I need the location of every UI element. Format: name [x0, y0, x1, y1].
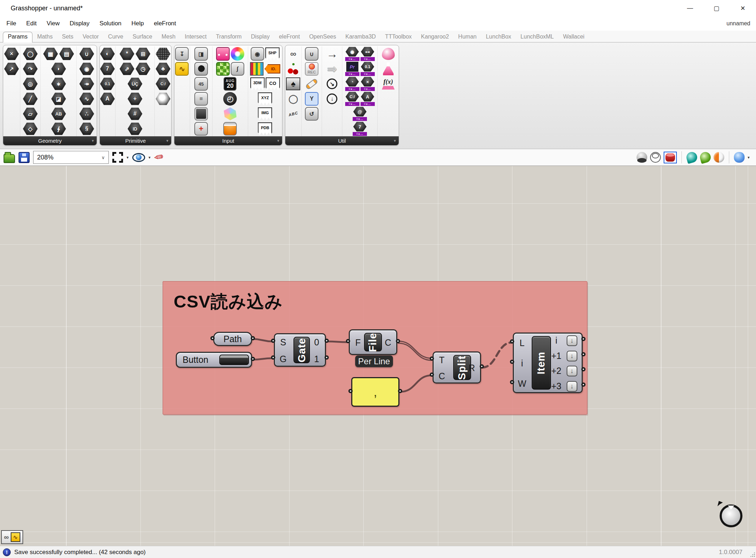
- hex-toolbox-icon[interactable]: ⇗: [119, 62, 134, 75]
- tab-vector[interactable]: Vector: [78, 32, 103, 42]
- tab-kangaroo2[interactable]: Kangaroo2: [417, 32, 454, 42]
- sq-toolbox-icon[interactable]: ◨: [194, 47, 208, 61]
- shell-toolbox-icon[interactable]: [382, 48, 395, 60]
- circ-toolbox-icon[interactable]: ↘: [327, 78, 337, 89]
- button-face[interactable]: [219, 355, 249, 365]
- hexd-toolbox-icon[interactable]: [155, 47, 170, 60]
- hex-toolbox-icon[interactable]: A: [100, 92, 115, 105]
- dropdown-arrow-icon[interactable]: ▾: [127, 155, 129, 160]
- hex-toolbox-icon[interactable]: ◷: [136, 62, 150, 75]
- hex-toolbox-icon[interactable]: ▦: [43, 47, 58, 60]
- stamp-toolbox-icon[interactable]: PDB: [258, 122, 272, 135]
- bars-toolbox-icon[interactable]: [250, 62, 264, 76]
- expression-icon[interactable]: f(x): [382, 78, 395, 90]
- hex-toolbox-icon[interactable]: ╱: [23, 92, 38, 105]
- sq-toolbox-icon[interactable]: ↧: [175, 47, 189, 61]
- gate-component[interactable]: SGGate01: [274, 333, 326, 367]
- menu-help[interactable]: Help: [126, 20, 149, 27]
- clocki-toolbox-icon[interactable]: ◴: [223, 92, 237, 106]
- preview-mesh-settings-icon[interactable]: [714, 152, 724, 163]
- input-notch[interactable]: [346, 339, 350, 343]
- hex-toolbox-icon[interactable]: ∿: [79, 92, 94, 105]
- item-component[interactable]: LiWItemi↓+1↓+2↓+3↓: [513, 333, 583, 393]
- panel-label-primitive[interactable]: Primitive▾: [100, 136, 171, 145]
- cherry-toolbox-icon[interactable]: [286, 62, 300, 76]
- output-notch[interactable]: [398, 389, 402, 393]
- pill-toolbox-icon[interactable]: [305, 78, 318, 90]
- hex-toolbox-icon[interactable]: ◉: [79, 62, 94, 75]
- sq-toolbox-icon[interactable]: ↺: [305, 107, 318, 121]
- tag-toolbox-icon[interactable]: ID.: [265, 64, 280, 73]
- preview-eye-icon[interactable]: [132, 153, 145, 162]
- expand-arrow-button[interactable]: ↓: [567, 335, 577, 346]
- tab-human[interactable]: Human: [454, 32, 481, 42]
- minimize-icon[interactable]: —: [677, 0, 703, 16]
- rec-toolbox-icon[interactable]: REC: [305, 62, 318, 76]
- hex-toolbox-icon[interactable]: ◇: [23, 122, 38, 135]
- input-notch[interactable]: [510, 339, 514, 344]
- legacy-component-icon[interactable]: A≡x…: [361, 92, 375, 106]
- input-notch[interactable]: [430, 372, 434, 377]
- expand-arrow-button[interactable]: ↓: [567, 381, 577, 392]
- input-notch[interactable]: [271, 355, 275, 360]
- stamp-toolbox-icon[interactable]: XYZ: [258, 92, 272, 105]
- hex-toolbox-icon[interactable]: ×: [4, 47, 19, 60]
- wheel-toolbox-icon[interactable]: [231, 47, 244, 61]
- hex-toolbox-icon[interactable]: #: [128, 107, 143, 120]
- output-notch[interactable]: [325, 355, 329, 360]
- preview-shaded-icon[interactable]: [665, 153, 675, 162]
- tab-elefront[interactable]: eleFront: [274, 32, 305, 42]
- arrl-toolbox-icon[interactable]: ⇒: [327, 62, 337, 76]
- hex-toolbox-icon[interactable]: ↗: [4, 62, 19, 75]
- dropdown-arrow-icon[interactable]: ▾: [149, 155, 151, 160]
- hex-toolbox-icon[interactable]: ◐: [100, 47, 115, 60]
- chevron-down-icon[interactable]: ∨: [101, 155, 105, 160]
- abc-toolbox-icon[interactable]: ABC: [288, 111, 298, 117]
- chevron-down-icon[interactable]: ▾: [394, 138, 396, 143]
- hex-toolbox-icon[interactable]: ∴: [79, 107, 94, 120]
- gem-toolbox-icon[interactable]: [224, 107, 236, 120]
- sq-toolbox-icon[interactable]: 45: [194, 77, 208, 91]
- tab-sets[interactable]: Sets: [57, 32, 78, 42]
- legacy-component-icon[interactable]: ⊶≡x…: [361, 47, 375, 61]
- tab-intersect[interactable]: Intersect: [180, 32, 211, 42]
- legacy-component-icon[interactable]: ◉≡x…: [345, 47, 359, 61]
- zoom-level-combo[interactable]: 208%∨: [33, 151, 109, 164]
- chevron-down-icon[interactable]: ▾: [166, 138, 168, 143]
- sketch-pen-icon[interactable]: ✎: [152, 150, 165, 164]
- panel-label-geometry[interactable]: Geometry▾: [3, 136, 97, 145]
- tab-tttoolbox[interactable]: TTToolbox: [380, 32, 417, 42]
- hex-toolbox-icon[interactable]: ▤: [59, 47, 74, 60]
- tab-transform[interactable]: Transform: [211, 32, 246, 42]
- hex-toolbox-icon[interactable]: ▱: [23, 107, 38, 120]
- document-preview-color-icon[interactable]: [734, 152, 745, 163]
- input-notch[interactable]: [210, 336, 215, 340]
- dropdown-arrow-icon[interactable]: ▾: [747, 155, 750, 160]
- expand-arrow-button[interactable]: ↓: [567, 366, 577, 376]
- hex-toolbox-icon[interactable]: ◗: [51, 62, 66, 75]
- tab-wallacei[interactable]: Wallacei: [558, 32, 589, 42]
- panel-label-util[interactable]: Util▾: [285, 136, 399, 145]
- sq-toolbox-icon[interactable]: ≡: [194, 92, 208, 106]
- compass-widget[interactable]: [720, 504, 742, 527]
- hex-toolbox-icon[interactable]: ⊞: [136, 47, 150, 60]
- hex-toolbox-icon[interactable]: ↠: [79, 77, 94, 90]
- only-draw-selected-icon[interactable]: [685, 151, 699, 164]
- hex-toolbox-icon[interactable]: 0.1: [100, 77, 115, 90]
- ysq-toolbox-icon[interactable]: ∿: [175, 62, 189, 76]
- preview-off-icon[interactable]: [637, 152, 647, 163]
- flask-toolbox-icon[interactable]: [383, 62, 394, 75]
- hex-toolbox-icon[interactable]: ↷: [23, 62, 38, 75]
- output-notch[interactable]: [251, 336, 255, 340]
- sq-toolbox-icon[interactable]: ◉: [251, 47, 264, 61]
- legacy-component-icon[interactable]: ×≡x…: [361, 77, 375, 91]
- component-nickname[interactable]: Item: [532, 336, 551, 390]
- hex-toolbox-icon[interactable]: ◪: [51, 92, 66, 105]
- draw-icons-icon[interactable]: [699, 151, 712, 164]
- tab-display[interactable]: Display: [246, 32, 274, 42]
- plain-toolbox-icon[interactable]: ∞: [290, 49, 296, 59]
- stamp-toolbox-icon[interactable]: IMG: [258, 107, 272, 120]
- hexs-toolbox-icon[interactable]: [155, 92, 170, 105]
- legacy-component-icon[interactable]: Pr≡x…: [345, 62, 359, 76]
- tab-mesh[interactable]: Mesh: [157, 32, 180, 42]
